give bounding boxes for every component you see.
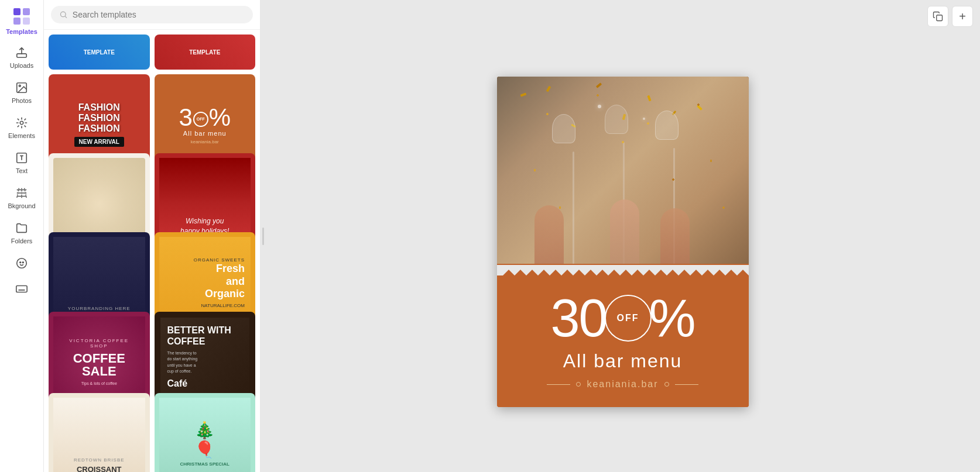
svg-marker-15: [497, 264, 749, 275]
photos-icon: [15, 81, 29, 95]
divider-line-left: [547, 384, 570, 385]
main-area: +: [265, 0, 980, 472]
preview-off-circle: OFF: [605, 295, 652, 342]
svg-rect-1: [23, 8, 30, 15]
preview-bottom: 30 OFF % All bar menu keaniania.bar: [497, 275, 749, 407]
photo-background: [497, 77, 749, 264]
preview-number: 30: [550, 292, 606, 344]
svg-rect-3: [23, 18, 30, 25]
divider-circle-right: [664, 382, 669, 387]
keyboard-icon: [15, 282, 29, 296]
search-input-wrap[interactable]: [51, 6, 253, 23]
templates-panel: TEMPLATE TEMPLATE FASHIONFASHIONFASHION …: [44, 0, 261, 472]
sidebar-item-folders[interactable]: Folders: [0, 215, 43, 250]
folder-icon: [15, 221, 29, 235]
preview-photo: [497, 77, 749, 264]
icon-sidebar: Templates Uploads Photos Element: [0, 0, 44, 472]
sidebar-item-templates[interactable]: Templates: [0, 0, 43, 40]
list-item[interactable]: 🎄 🎈 CHRISTMAS SPECIAL: [155, 393, 256, 472]
sidebar-text-label: Text: [16, 167, 28, 174]
preview-off-label: OFF: [617, 313, 639, 323]
divider-circle-left: [576, 382, 581, 387]
panel-divider[interactable]: [261, 0, 265, 472]
svg-rect-2: [13, 18, 20, 25]
copy-button[interactable]: [927, 6, 948, 27]
svg-point-11: [22, 262, 23, 263]
elements-icon: [15, 116, 29, 130]
sidebar-folders-label: Folders: [11, 237, 33, 244]
preview-divider: keaniania.bar: [509, 379, 737, 390]
search-input[interactable]: [73, 10, 245, 19]
svg-rect-16: [497, 264, 749, 265]
sidebar-item-text[interactable]: Text: [0, 145, 43, 180]
app-logo-icon: [12, 7, 31, 26]
sidebar-item-emoji[interactable]: [0, 250, 43, 276]
copy-icon: [933, 11, 943, 22]
sidebar-elements-label: Elements: [8, 132, 35, 139]
upload-icon: [15, 46, 29, 60]
sidebar-item-elements[interactable]: Elements: [0, 110, 43, 145]
main-toolbar: +: [927, 6, 973, 27]
list-item[interactable]: REDTOWN BRISBE CROISSANTLOVIN'!: [49, 393, 150, 472]
sidebar-templates-label: Templates: [6, 28, 37, 35]
svg-point-7: [20, 121, 23, 125]
search-bar: [44, 0, 260, 30]
divider-line-right: [675, 384, 698, 385]
preview-subtitle: All bar menu: [509, 350, 737, 372]
background-icon: [15, 186, 29, 200]
add-button[interactable]: +: [952, 6, 973, 27]
search-icon: [59, 10, 68, 19]
svg-point-9: [17, 259, 27, 268]
sidebar-item-background[interactable]: Bkground: [0, 180, 43, 215]
preview-percent: %: [649, 292, 695, 344]
zigzag-separator: [497, 264, 749, 275]
svg-point-13: [60, 12, 66, 17]
preview-discount-text: 30 OFF %: [509, 292, 737, 344]
list-item[interactable]: TEMPLATE: [155, 35, 256, 70]
svg-rect-14: [937, 15, 943, 21]
emoji-icon: [15, 256, 29, 270]
svg-point-6: [19, 85, 20, 87]
svg-rect-12: [16, 286, 27, 292]
sidebar-item-keyboard[interactable]: [0, 276, 43, 302]
svg-point-10: [20, 262, 21, 263]
preview-url: keaniania.bar: [587, 379, 658, 390]
svg-rect-4: [17, 54, 27, 57]
list-item[interactable]: TEMPLATE: [49, 35, 150, 70]
sidebar-photos-label: Photos: [12, 97, 32, 104]
preview-card[interactable]: 30 OFF % All bar menu keaniania.bar: [497, 77, 749, 407]
sidebar-item-photos[interactable]: Photos: [0, 75, 43, 110]
template-grid: TEMPLATE TEMPLATE FASHIONFASHIONFASHION …: [44, 30, 260, 472]
canvas-container: 30 OFF % All bar menu keaniania.bar: [265, 0, 980, 472]
sidebar-item-uploads[interactable]: Uploads: [0, 40, 43, 75]
text-icon: [15, 151, 29, 165]
sidebar-background-label: Bkground: [8, 202, 35, 209]
sidebar-uploads-label: Uploads: [10, 62, 33, 69]
svg-rect-0: [13, 8, 20, 15]
